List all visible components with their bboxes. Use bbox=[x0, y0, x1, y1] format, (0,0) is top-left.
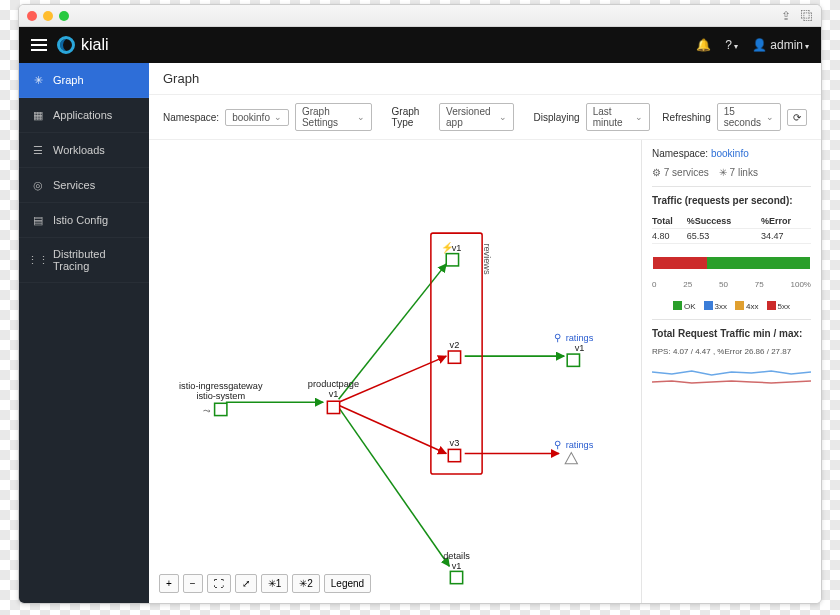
share-icon[interactable]: ⇪ bbox=[781, 9, 791, 23]
svg-rect-11 bbox=[446, 254, 458, 266]
details-panel: Namespace: bookinfo ⚙ 7 services ✳ 7 lin… bbox=[641, 140, 821, 603]
displaying-dropdown[interactable]: Last minute bbox=[586, 103, 651, 131]
layout-button-1[interactable]: ✳1 bbox=[261, 574, 289, 593]
svg-text:istio-ingressgateway: istio-ingressgateway bbox=[179, 381, 263, 391]
svg-text:v1: v1 bbox=[575, 343, 585, 353]
graph-type-dropdown[interactable]: Versioned app bbox=[439, 103, 513, 131]
status-legend: OK 3xx 4xx 5xx bbox=[652, 301, 811, 311]
graph-toolbar: Namespace: bookinfo Graph Settings Graph… bbox=[149, 95, 821, 140]
namespace-dropdown[interactable]: bookinfo bbox=[225, 109, 289, 126]
brand: kiali bbox=[57, 36, 109, 54]
panel-namespace-label: Namespace: bbox=[652, 148, 708, 159]
tracing-icon: ⋮⋮ bbox=[31, 253, 45, 267]
mac-titlebar: ⇪ ⿻ bbox=[19, 5, 821, 27]
svg-text:v1: v1 bbox=[452, 561, 462, 571]
sidebar: ✳ Graph ▦ Applications ☰ Workloads ◎ Ser… bbox=[19, 63, 149, 603]
traffic-table: Total%Success%Error 4.8065.5334.47 bbox=[652, 214, 811, 244]
help-icon[interactable]: ?▾ bbox=[725, 38, 738, 52]
svg-rect-25 bbox=[450, 571, 462, 583]
graph-type-label: Graph Type bbox=[392, 106, 433, 128]
svg-text:v1: v1 bbox=[329, 389, 339, 399]
sidebar-item-applications[interactable]: ▦ Applications bbox=[19, 98, 149, 133]
svg-text:v2: v2 bbox=[450, 340, 460, 350]
close-icon[interactable] bbox=[27, 11, 37, 21]
svg-rect-15 bbox=[448, 449, 460, 461]
traffic-title: Traffic (requests per second): bbox=[652, 195, 811, 206]
user-menu[interactable]: 👤 admin▾ bbox=[752, 38, 809, 52]
svg-rect-13 bbox=[448, 351, 460, 363]
services-count: ⚙ 7 services bbox=[652, 167, 709, 178]
sidebar-item-services[interactable]: ◎ Services bbox=[19, 168, 149, 203]
refreshing-label: Refreshing bbox=[662, 112, 710, 123]
layout-button-0[interactable]: ⤢ bbox=[235, 574, 257, 593]
svg-text:⤳: ⤳ bbox=[203, 406, 211, 416]
svg-text:reviews: reviews bbox=[482, 243, 492, 275]
svg-marker-22 bbox=[565, 452, 577, 463]
services-icon: ◎ bbox=[31, 178, 45, 192]
svg-rect-19 bbox=[567, 354, 579, 366]
fit-button[interactable]: ⛶ bbox=[207, 574, 231, 593]
bar-ticks: 0255075100% bbox=[652, 280, 811, 289]
refreshing-dropdown[interactable]: 15 seconds bbox=[717, 103, 781, 131]
sparkline bbox=[652, 364, 811, 388]
spark-title: Total Request Traffic min / max: bbox=[652, 328, 811, 339]
sidebar-item-workloads[interactable]: ☰ Workloads bbox=[19, 133, 149, 168]
tabs-icon[interactable]: ⿻ bbox=[801, 9, 813, 23]
maximize-icon[interactable] bbox=[59, 11, 69, 21]
refresh-button[interactable]: ⟳ bbox=[787, 109, 807, 126]
svg-text:⚲: ⚲ bbox=[554, 439, 561, 450]
zoom-out-button[interactable]: − bbox=[183, 574, 203, 593]
bell-icon[interactable]: 🔔 bbox=[696, 38, 711, 52]
panel-namespace-link[interactable]: bookinfo bbox=[711, 148, 749, 159]
svg-text:⚲: ⚲ bbox=[554, 332, 561, 343]
workloads-icon: ☰ bbox=[31, 143, 45, 157]
apps-icon: ▦ bbox=[31, 108, 45, 122]
svg-text:details: details bbox=[443, 551, 470, 561]
svg-rect-4 bbox=[215, 403, 227, 415]
traffic-stacked-bar bbox=[652, 256, 811, 270]
legend-button[interactable]: Legend bbox=[324, 574, 371, 593]
namespace-label: Namespace: bbox=[163, 112, 219, 123]
sidebar-item-istio-config[interactable]: ▤ Istio Config bbox=[19, 203, 149, 238]
svg-text:productpage: productpage bbox=[308, 379, 359, 389]
brand-text: kiali bbox=[81, 36, 109, 54]
page-title: Graph bbox=[149, 63, 821, 95]
sidebar-item-graph[interactable]: ✳ Graph bbox=[19, 63, 149, 98]
zoom-in-button[interactable]: + bbox=[159, 574, 179, 593]
svg-text:ratings: ratings bbox=[566, 440, 594, 450]
sidebar-item-distributed-tracing[interactable]: ⋮⋮ Distributed Tracing bbox=[19, 238, 149, 283]
svg-text:istio-system: istio-system bbox=[196, 391, 245, 401]
displaying-label: Displaying bbox=[534, 112, 580, 123]
layout-button-2[interactable]: ✳2 bbox=[292, 574, 320, 593]
svg-text:v3: v3 bbox=[450, 438, 460, 448]
config-icon: ▤ bbox=[31, 213, 45, 227]
browser-window: ⇪ ⿻ kiali 🔔 ?▾ 👤 admin▾ ✳ Graph bbox=[18, 4, 822, 604]
graph-controls: + − ⛶ ⤢ ✳1 ✳2 Legend bbox=[159, 574, 371, 593]
app-topbar: kiali 🔔 ?▾ 👤 admin▾ bbox=[19, 27, 821, 63]
svg-rect-8 bbox=[327, 401, 339, 413]
graph-settings-dropdown[interactable]: Graph Settings bbox=[295, 103, 372, 131]
svg-text:ratings: ratings bbox=[566, 333, 594, 343]
graph-icon: ✳ bbox=[31, 73, 45, 87]
svg-text:v1: v1 bbox=[452, 243, 462, 253]
links-count: ✳ 7 links bbox=[719, 167, 758, 178]
spark-subtitle: RPS: 4.07 / 4.47 , %Error 26.86 / 27.87 bbox=[652, 347, 811, 356]
minimize-icon[interactable] bbox=[43, 11, 53, 21]
logo-icon bbox=[57, 36, 75, 54]
menu-icon[interactable] bbox=[31, 39, 47, 51]
graph-canvas[interactable]: reviews istio-ingressgateway istio-syste… bbox=[149, 140, 641, 603]
